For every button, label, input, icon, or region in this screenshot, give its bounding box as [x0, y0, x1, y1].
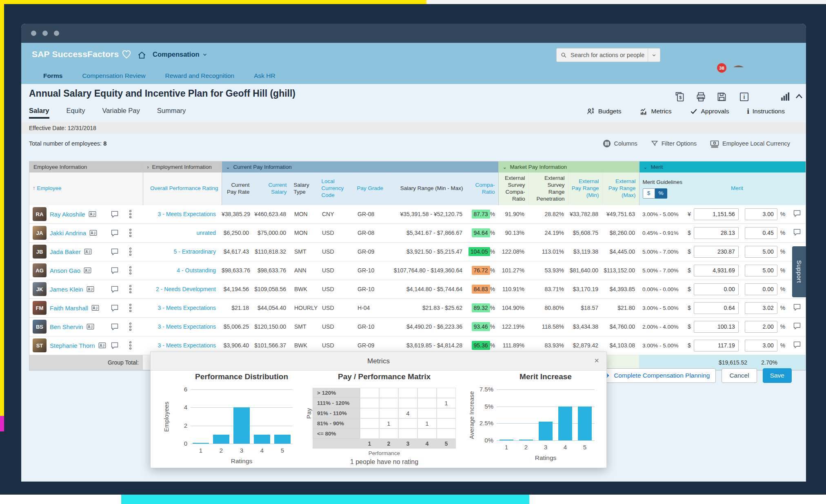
performance-rating-link[interactable]: 3 - Meets Expectations	[158, 305, 216, 311]
employee-name-link[interactable]: Faith Marshall	[50, 305, 88, 312]
window-dot[interactable]	[31, 31, 36, 36]
window-controls[interactable]	[21, 24, 806, 36]
performance-rating-link[interactable]: 3 - Meets Expectations	[158, 342, 216, 349]
kebab-menu-icon[interactable]	[129, 285, 132, 294]
comment-icon[interactable]	[111, 210, 119, 218]
tab-salary[interactable]: Salary	[29, 107, 49, 119]
tab-variable-pay[interactable]: Variable Pay	[102, 107, 140, 119]
performance-rating-link[interactable]: 3 - Meets Expectations	[158, 211, 216, 217]
window-dot[interactable]	[42, 31, 48, 36]
group-current-pay-information[interactable]: ⌄Current Pay Information	[222, 161, 498, 172]
col-current-salary[interactable]: Current Salary	[253, 172, 290, 205]
employee-name-link[interactable]: Ben Shervin	[50, 323, 83, 330]
employee-local-currency-button[interactable]: Employee Local Currency	[710, 139, 790, 148]
col-employee[interactable]: ↑ Employee	[29, 172, 143, 205]
copy-plan-icon[interactable]: $	[674, 91, 685, 102]
performance-rating-link[interactable]: 3 - Meets Expectations	[158, 323, 216, 330]
merit-comment-icon[interactable]	[793, 325, 801, 331]
filter-options-button[interactable]: Filter Options	[651, 139, 697, 148]
merit-amount-input[interactable]	[694, 302, 739, 314]
toggle-dollar-button[interactable]: $	[643, 188, 655, 199]
col-pay-grade[interactable]: Salary Range (Min - Max)Pay Grade	[353, 172, 388, 205]
merit-percent-input[interactable]	[745, 246, 777, 258]
merit-percent-input[interactable]	[745, 265, 777, 276]
merit-amount-input[interactable]	[694, 227, 739, 239]
merit-comment-icon[interactable]	[793, 231, 801, 237]
employee-name-link[interactable]: James Klein	[50, 286, 83, 293]
merit-amount-input[interactable]	[694, 208, 739, 220]
merit-comment-icon[interactable]	[793, 306, 801, 312]
info-icon[interactable]: i	[739, 91, 750, 102]
nav-item-forms[interactable]: Forms	[43, 72, 62, 80]
merit-amount-input[interactable]	[694, 246, 739, 258]
group-merit[interactable]: ⌄Merit	[639, 161, 806, 172]
merit-percent-input[interactable]	[745, 321, 777, 333]
comment-icon[interactable]	[111, 229, 119, 237]
kebab-menu-icon[interactable]	[129, 341, 132, 350]
merit-percent-input[interactable]	[745, 208, 777, 220]
col-merit[interactable]: Merit	[686, 172, 788, 205]
home-icon[interactable]	[137, 51, 147, 60]
employee-name-link[interactable]: Ray Akoshile	[50, 211, 85, 218]
merit-percent-input[interactable]	[745, 283, 777, 295]
group-market-pay-information[interactable]: ⌄Market Pay Information	[498, 161, 639, 172]
col-external-pay-range-min[interactable]: External Pay Range (Min)	[568, 172, 602, 205]
approvals-button[interactable]: Approvals	[690, 107, 729, 115]
kebab-menu-icon[interactable]	[129, 266, 132, 275]
kebab-menu-icon[interactable]	[129, 228, 132, 237]
comment-icon[interactable]	[111, 304, 119, 312]
kebab-menu-icon[interactable]	[129, 322, 132, 331]
instructions-button[interactable]: i Instructions	[747, 107, 785, 116]
chart-panel-icon[interactable]	[779, 91, 790, 102]
budgets-button[interactable]: $ Budgets	[586, 107, 622, 116]
kebab-menu-icon[interactable]	[129, 303, 132, 312]
merit-comment-icon[interactable]	[793, 344, 801, 350]
performance-rating-link[interactable]: 2 - Needs Development	[156, 286, 216, 292]
performance-rating-link[interactable]: 5 - Extraordinary	[174, 248, 216, 255]
cancel-button[interactable]: Cancel	[722, 368, 757, 383]
performance-rating-link[interactable]: unrated	[197, 230, 216, 236]
col-external-pay-range-max[interactable]: External Pay Range (Max)	[602, 172, 639, 205]
merit-percent-input[interactable]	[745, 302, 777, 314]
comment-icon[interactable]	[111, 285, 119, 293]
kebab-menu-icon[interactable]	[129, 247, 132, 256]
columns-button[interactable]: Columns	[602, 139, 637, 148]
search-input[interactable]: Search for actions or people	[556, 48, 660, 62]
support-tab[interactable]: Support	[792, 246, 806, 297]
col-compa-ratio[interactable]: Compa-Ratio	[466, 172, 498, 205]
merit-percent-input[interactable]	[745, 340, 777, 351]
employee-name-link[interactable]: Anson Gao	[50, 267, 80, 274]
comment-icon[interactable]	[111, 248, 119, 256]
kebab-menu-icon[interactable]	[129, 210, 132, 219]
nav-item-compensation-review[interactable]: Compensation Review	[82, 72, 145, 80]
group-employment-information[interactable]: ›Employment Information	[143, 161, 222, 172]
merit-amount-input[interactable]	[694, 340, 739, 351]
merit-amount-input[interactable]	[694, 283, 739, 295]
merit-percent-input[interactable]	[745, 227, 777, 239]
module-menu[interactable]: Compensation	[153, 51, 208, 58]
nav-item-ask-hr[interactable]: Ask HR	[254, 72, 275, 80]
comment-icon[interactable]	[111, 342, 119, 349]
close-icon[interactable]: ×	[594, 356, 599, 365]
tab-summary[interactable]: Summary	[157, 107, 186, 119]
comment-icon[interactable]	[111, 267, 119, 274]
toggle-percent-button[interactable]: %	[655, 188, 667, 199]
print-icon[interactable]	[695, 91, 706, 102]
employee-name-link[interactable]: Jada Baker	[50, 248, 81, 255]
save-button[interactable]: Save	[763, 368, 792, 383]
save-icon[interactable]	[716, 91, 727, 102]
comment-icon[interactable]	[111, 323, 119, 331]
merit-amount-input[interactable]	[694, 265, 739, 276]
complete-compensation-planning-button[interactable]: Complete Compensation Planning	[597, 368, 716, 383]
merit-unit-toggle[interactable]: $ %	[643, 188, 683, 199]
window-dot[interactable]	[54, 31, 59, 36]
performance-rating-link[interactable]: 4 - Outstanding	[177, 267, 216, 274]
tab-equity[interactable]: Equity	[67, 107, 85, 119]
employee-name-link[interactable]: Jakki Andrina	[50, 230, 86, 237]
nav-item-reward-recognition[interactable]: Reward and Recognition	[165, 72, 234, 80]
metrics-button[interactable]: Metrics	[639, 107, 672, 116]
col-local-currency-code[interactable]: Local Currency Code	[318, 172, 353, 205]
collapse-chevron-up-icon[interactable]	[794, 91, 804, 102]
merit-comment-icon[interactable]	[793, 212, 801, 219]
employee-name-link[interactable]: Stephanie Thorn	[50, 342, 95, 349]
